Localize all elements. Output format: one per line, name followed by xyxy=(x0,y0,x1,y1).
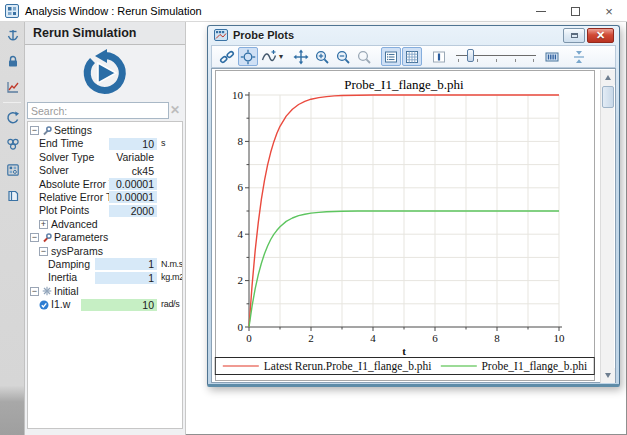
magnify-button[interactable] xyxy=(354,47,374,66)
tree-value-field[interactable]: 0.00001 xyxy=(109,178,157,190)
probe-maximize-button[interactable] xyxy=(563,28,585,43)
legend-line-red xyxy=(223,365,259,367)
legend-item: Probe_I1_flange_b.phi xyxy=(440,360,587,372)
probe-cursor-button[interactable] xyxy=(238,47,258,66)
tree-row[interactable]: Plot Points2000 xyxy=(28,204,182,217)
probe-content: 00224466881010Probe_I1_flange_b.phit Lat… xyxy=(211,68,616,383)
tree-row[interactable]: I1.w10rad/s xyxy=(28,298,182,311)
probe-titlebar[interactable]: Probe Plots ✕ xyxy=(211,26,616,45)
collapse-plots-button[interactable] xyxy=(569,47,589,66)
svg-text:2: 2 xyxy=(308,332,314,344)
tree-row[interactable]: Absolute Error Tol...0.00001 xyxy=(28,178,182,191)
chart-legend: Latest Rerun.Probe_I1_flange_b.phi Probe… xyxy=(215,357,595,375)
maximize-icon xyxy=(571,33,578,38)
minimize-icon xyxy=(536,11,546,12)
tree-value-field[interactable]: 1 xyxy=(95,272,157,284)
toggle-legend-button[interactable] xyxy=(381,47,401,66)
tree-label: Damping xyxy=(48,258,90,271)
probe-toolbar: ▾ xyxy=(211,45,616,68)
tree-label: Settings xyxy=(54,124,92,137)
legend-label: Probe_I1_flange_b.phi xyxy=(481,360,587,372)
rerun-simulation-button[interactable] xyxy=(79,47,131,99)
analysis-window: Analysis Window : Rerun Simulation × xyxy=(0,0,627,435)
apps-grid-icon xyxy=(5,162,21,178)
legend-line-green xyxy=(440,365,476,367)
tree-row[interactable]: Damping1N.m.s/rad xyxy=(28,258,182,271)
tool-strip xyxy=(0,22,25,435)
main-titlebar: Analysis Window : Rerun Simulation × xyxy=(0,0,627,22)
tree-value-field: ck45 xyxy=(109,165,157,177)
scrollbar-thumb[interactable] xyxy=(602,86,614,108)
tree-row[interactable]: −Initial xyxy=(28,285,182,298)
tree-row[interactable]: Relative Error Tole...0.00001 xyxy=(28,191,182,204)
window-title: Analysis Window : Rerun Simulation xyxy=(25,0,202,22)
svg-text:Probe_I1_flange_b.phi: Probe_I1_flange_b.phi xyxy=(344,77,464,92)
maximize-button[interactable] xyxy=(558,0,592,22)
report-icon xyxy=(5,188,21,204)
tree-value-field[interactable]: 0.00001 xyxy=(109,191,157,203)
svg-text:4: 4 xyxy=(238,228,244,240)
search-clear-icon[interactable]: ✕ xyxy=(168,103,182,117)
probe-plots-icon xyxy=(214,29,228,41)
rerun-tool-button[interactable] xyxy=(0,105,25,131)
maximize-icon xyxy=(571,7,580,16)
tree-value-field[interactable]: 10 xyxy=(109,138,157,150)
tree-label: Inertia xyxy=(48,271,77,284)
scroll-down-button[interactable] xyxy=(601,368,615,383)
tree-expander-minus[interactable]: − xyxy=(30,126,39,135)
zoom-out-icon xyxy=(335,49,351,65)
report-tool-button[interactable] xyxy=(0,183,25,209)
tree-value-field[interactable]: 2000 xyxy=(109,205,157,217)
tree-value-field[interactable]: 1 xyxy=(95,258,157,270)
svg-text:10: 10 xyxy=(554,332,566,344)
probe-close-button[interactable]: ✕ xyxy=(587,28,614,43)
tree-value-field[interactable]: 10 xyxy=(81,299,157,311)
tree-expander-plus[interactable]: + xyxy=(39,220,48,229)
tree-row[interactable]: Solverck45 xyxy=(28,164,182,177)
arrow-down-icon xyxy=(605,373,611,378)
tree-unit: kg.m2 xyxy=(161,271,183,284)
search-input[interactable] xyxy=(27,102,169,119)
minimize-button[interactable] xyxy=(524,0,558,22)
zoom-out-button[interactable] xyxy=(333,47,353,66)
tree-row[interactable]: +Advanced xyxy=(28,218,182,231)
tree-row[interactable]: −sysParams xyxy=(28,245,182,258)
probe-window-title: Probe Plots xyxy=(233,26,294,45)
apps-tool-button[interactable] xyxy=(0,157,25,183)
toggle-grid-button[interactable] xyxy=(402,47,422,66)
lock-tool-button[interactable] xyxy=(0,48,25,74)
link-plots-button[interactable] xyxy=(217,47,237,66)
scroll-up-button[interactable] xyxy=(601,70,615,85)
time-slider[interactable] xyxy=(454,47,538,66)
zoom-in-button[interactable] xyxy=(312,47,332,66)
arrow-up-icon xyxy=(605,75,611,80)
model-tool-button[interactable] xyxy=(0,131,25,157)
legend-icon xyxy=(383,49,399,65)
close-button[interactable]: × xyxy=(592,0,626,22)
tree-label: I1.w xyxy=(51,298,70,311)
tree-expander-minus[interactable]: − xyxy=(30,233,39,242)
pin-tool-button[interactable] xyxy=(0,22,25,48)
plot-tool-button[interactable] xyxy=(0,74,25,100)
tree-label: Advanced xyxy=(51,218,98,231)
svg-text:6: 6 xyxy=(238,181,244,193)
add-curve-button[interactable] xyxy=(259,47,279,66)
close-icon: × xyxy=(605,4,613,19)
pan-button[interactable] xyxy=(291,47,311,66)
tree-row[interactable]: Inertia1kg.m2 xyxy=(28,271,182,284)
plot-scrollbar[interactable] xyxy=(600,70,614,383)
tree-expander-minus[interactable]: − xyxy=(39,247,48,256)
crosshair-icon xyxy=(240,49,256,65)
tree-row[interactable]: Solver TypeVariable xyxy=(28,151,182,164)
molecule-icon xyxy=(5,136,21,152)
chart-widget[interactable]: 00224466881010Probe_I1_flange_b.phit Lat… xyxy=(215,70,595,381)
tree-row[interactable]: −Parameters xyxy=(28,231,182,244)
tree-expander-minus[interactable]: − xyxy=(30,287,39,296)
tree-row[interactable]: End Time10s xyxy=(28,137,182,150)
time-slider-handle[interactable] xyxy=(467,49,474,62)
add-curve-dropdown[interactable]: ▾ xyxy=(279,52,283,61)
frame-bars-button[interactable] xyxy=(542,47,562,66)
tree-row[interactable]: −Settings xyxy=(28,124,182,137)
magnifier-icon xyxy=(356,49,372,65)
cursor-bar-button[interactable] xyxy=(429,47,449,66)
